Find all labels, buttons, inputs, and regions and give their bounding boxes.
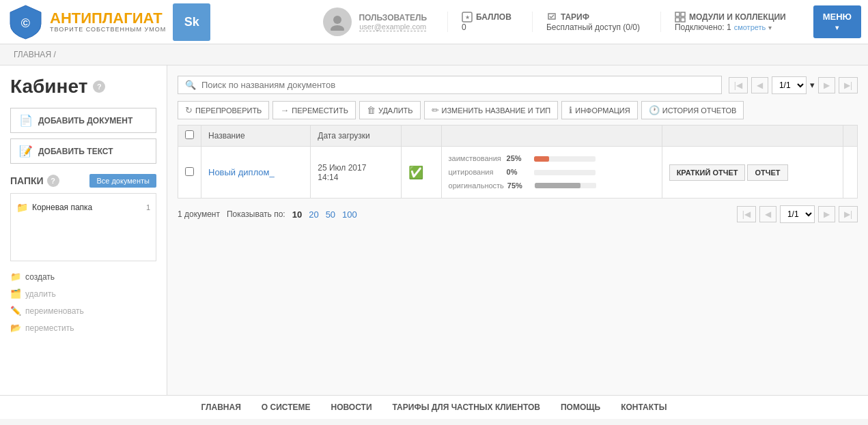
search-input[interactable] <box>201 80 714 90</box>
avatar <box>323 8 352 36</box>
perpage-20[interactable]: 20 <box>309 209 318 220</box>
modules-icon <box>675 12 686 23</box>
logo-area: © АНТИПЛАГИАТ ТВОРИТЕ СОБСТВЕННЫМ УМОМ S… <box>7 3 210 41</box>
originality-stat: оригинальность 75% <box>449 179 655 193</box>
user-info: ПОЛЬЗОВАТЕЛЬ user@example.com <box>359 13 427 31</box>
rename-folder-icon: ✏️ <box>10 306 21 316</box>
add-document-button[interactable]: 📄 ДОБАВИТЬ ДОКУМЕНТ <box>10 108 156 133</box>
perpage-100[interactable]: 100 <box>342 209 357 220</box>
folder-actions: 📁 создать 🗂️ удалить ✏️ переименовать 📂 … <box>10 268 156 336</box>
move-folder-icon: 📂 <box>10 323 21 333</box>
add-text-button[interactable]: 📝 ДОБАВИТЬ ТЕКСТ <box>10 138 156 164</box>
folders-help-icon[interactable]: ? <box>47 175 59 187</box>
pagination-bottom: |◀ ◀ 1/1 ▶ ▶| <box>737 205 858 223</box>
add-text-icon: 📝 <box>19 145 33 158</box>
root-folder-item[interactable]: 📁 Корневая папка 1 <box>16 199 150 216</box>
main-content: Кабинет ? 📄 ДОБАВИТЬ ДОКУМЕНТ 📝 ДОБАВИТЬ… <box>0 65 868 395</box>
menu-button[interactable]: МЕНЮ ▾ <box>813 5 861 38</box>
modules-label: МОДУЛИ И КОЛЛЕКЦИИ <box>689 12 786 22</box>
next-page-top-button[interactable]: ▶ <box>818 77 835 93</box>
footer-link-help[interactable]: ПОМОЩЬ <box>561 402 600 412</box>
doc-date-line1: 25 Июл 2017 <box>318 163 394 173</box>
modules-section: МОДУЛИ И КОЛЛЕКЦИИ Подключено: 1 смотрет… <box>660 12 786 32</box>
doc-stats-cell: заимствования 25% цитирования 0% <box>441 147 662 199</box>
svg-point-2 <box>331 25 344 31</box>
footer-link-news[interactable]: НОВОСТИ <box>331 402 372 412</box>
svg-point-1 <box>333 16 341 24</box>
borrowing-fill <box>534 156 550 162</box>
prev-page-bottom-button[interactable]: ◀ <box>759 206 776 222</box>
svg-rect-5 <box>675 12 680 16</box>
sidebar-title: Кабинет ? <box>10 76 156 98</box>
scroll-cell <box>843 147 858 199</box>
page-select-bottom[interactable]: 1/1 <box>780 205 815 223</box>
header-user-section: ПОЛЬЗОВАТЕЛЬ user@example.com ★ БАЛЛОВ 0 <box>323 5 861 38</box>
brief-report-button[interactable]: КРАТКИЙ ОТЧЕТ <box>669 164 746 181</box>
citation-progress <box>534 170 596 175</box>
sidebar: Кабинет ? 📄 ДОБАВИТЬ ДОКУМЕНТ 📝 ДОБАВИТЬ… <box>0 65 167 395</box>
borrowing-stat: заимствования 25% <box>449 152 655 166</box>
tariff-icon <box>546 12 557 23</box>
delete-folder-action: 🗂️ удалить <box>10 285 156 302</box>
create-folder-action[interactable]: 📁 создать <box>10 268 156 285</box>
doc-date-line2: 14:14 <box>318 173 394 182</box>
docs-footer: 1 документ Показывать по: 10 20 50 100 |… <box>178 199 858 230</box>
doc-count: 1 документ <box>178 209 220 219</box>
perpage-50[interactable]: 50 <box>326 209 335 220</box>
show-perpage-label: Показывать по: <box>227 209 285 219</box>
modules-link[interactable]: смотреть <box>734 23 766 31</box>
logo-tagline: ТВОРИТЕ СОБСТВЕННЫМ УМОМ <box>50 26 166 33</box>
move-button[interactable]: → ПЕРЕМЕСТИТЬ <box>272 101 356 119</box>
first-page-top-button[interactable]: |◀ <box>729 77 748 93</box>
name-col-header: Название <box>201 126 311 147</box>
doc-date-cell: 25 Июл 2017 14:14 <box>311 147 402 199</box>
first-page-bottom-button[interactable]: |◀ <box>737 206 756 222</box>
svg-rect-6 <box>681 12 685 16</box>
perpage-10[interactable]: 10 <box>292 209 302 220</box>
footer-link-home[interactable]: ГЛАВНАЯ <box>201 402 241 412</box>
docs-toolbar-top: 🔍 |◀ ◀ 1/1 ▾ ▶ ▶| <box>178 76 858 94</box>
info-button[interactable]: ℹ ИНФОРМАЦИЯ <box>561 101 637 119</box>
documents-table: Название Дата загрузки Новый диплом_ <box>178 125 858 199</box>
originality-progress <box>535 183 596 188</box>
last-page-bottom-button[interactable]: ▶| <box>839 206 858 222</box>
points-label: БАЛЛОВ <box>476 12 512 22</box>
tariff-label: ТАРИФ <box>561 12 589 22</box>
docs-actions-bar: ↻ ПЕРЕПРОВЕРИТЬ → ПЕРЕМЕСТИТЬ 🗑 УДАЛИТЬ … <box>178 101 858 119</box>
full-report-button[interactable]: ОТЧЕТ <box>747 164 787 181</box>
header: © АНТИПЛАГИАТ ТВОРИТЕ СОБСТВЕННЫМ УМОМ S… <box>0 0 868 44</box>
cabinet-help-icon[interactable]: ? <box>93 80 105 93</box>
documents-area: 🔍 |◀ ◀ 1/1 ▾ ▶ ▶| ↻ ПЕРЕПРОВЕРИТЬ → <box>167 65 868 395</box>
logo-shield-icon: © <box>7 3 44 41</box>
all-documents-button[interactable]: Все документы <box>89 174 156 188</box>
last-page-top-button[interactable]: ▶| <box>839 77 858 93</box>
prev-page-top-button[interactable]: ◀ <box>751 77 768 93</box>
doc-report-cell: КРАТКИЙ ОТЧЕТ ОТЧЕТ <box>662 147 843 199</box>
footer-link-about[interactable]: О СИСТЕМЕ <box>262 402 311 412</box>
folder-name: Корневая папка <box>32 203 142 212</box>
footer-link-tariffs[interactable]: ТАРИФЫ ДЛЯ ЧАСТНЫХ КЛИЕНТОВ <box>393 402 540 412</box>
next-page-bottom-button[interactable]: ▶ <box>818 206 835 222</box>
history-button[interactable]: 🕐 ИСТОРИЯ ОТЧЕТОВ <box>641 101 744 119</box>
logo-text: АНТИПЛАГИАТ ТВОРИТЕ СОБСТВЕННЫМ УМОМ <box>50 11 166 33</box>
delete-button[interactable]: 🗑 УДАЛИТЬ <box>359 101 421 119</box>
page-select-top[interactable]: 1/1 <box>772 76 807 94</box>
points-icon: ★ <box>462 12 473 23</box>
select-all-checkbox[interactable] <box>185 130 194 139</box>
row-checkbox[interactable] <box>185 167 194 176</box>
status-col-header <box>401 126 441 147</box>
folders-title: ПАПКИ ? <box>10 175 59 187</box>
modules-value: Подключено: 1 <box>675 23 731 32</box>
footer-link-contacts[interactable]: КОНТАКТЫ <box>621 402 667 412</box>
svg-rect-7 <box>675 18 680 22</box>
delete-folder-icon: 🗂️ <box>10 289 21 299</box>
breadcrumb: ГЛАВНАЯ / <box>0 44 868 65</box>
svg-rect-8 <box>681 18 685 22</box>
date-col-header: Дата загрузки <box>311 126 402 147</box>
folders-header: ПАПКИ ? Все документы <box>10 174 156 188</box>
recheck-button[interactable]: ↻ ПЕРЕПРОВЕРИТЬ <box>178 101 269 119</box>
document-name-link[interactable]: Новый диплом_ <box>208 167 275 177</box>
points-value: 0 <box>462 23 466 32</box>
rename-type-button[interactable]: ✏ ИЗМЕНИТЬ НАЗВАНИЕ И ТИП <box>424 101 559 119</box>
citation-stat: цитирования 0% <box>449 166 655 179</box>
